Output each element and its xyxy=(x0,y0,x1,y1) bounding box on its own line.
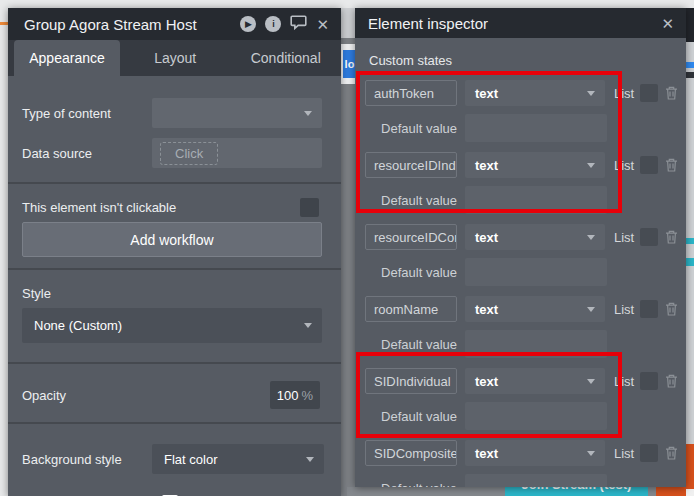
chevron-down-icon xyxy=(587,379,595,384)
background-style-dropdown[interactable]: Flat color xyxy=(152,444,324,474)
canvas-edge-dark xyxy=(686,8,694,42)
custom-state-row: roomName text List xyxy=(365,296,686,322)
default-value-label: Default value xyxy=(365,121,457,136)
state-type-value: text xyxy=(465,446,498,461)
state-type-dropdown[interactable]: text xyxy=(465,296,605,322)
state-name-input[interactable]: authToken xyxy=(365,80,457,106)
chevron-down-icon xyxy=(587,91,595,96)
custom-state-row: resourceIDIndiv text List xyxy=(365,152,686,178)
opacity-input[interactable]: 100 % xyxy=(270,381,320,409)
chevron-down-icon xyxy=(304,111,312,116)
default-value-label: Default value xyxy=(365,193,457,208)
data-source-field[interactable]: Click xyxy=(152,138,322,168)
style-label-row: Style xyxy=(8,283,341,303)
chevron-down-icon xyxy=(587,163,595,168)
chevron-down-icon xyxy=(306,457,314,462)
opacity-row: Opacity 100 % xyxy=(8,380,341,410)
style-label: Style xyxy=(8,286,51,301)
trash-icon[interactable] xyxy=(664,373,679,389)
list-checkbox[interactable] xyxy=(640,84,658,102)
chevron-down-icon xyxy=(587,307,595,312)
list-label: List xyxy=(614,230,634,245)
default-value-label: Default value xyxy=(365,481,457,488)
background-style-label: Background style xyxy=(8,452,122,467)
trash-icon[interactable] xyxy=(664,157,679,173)
canvas-edge-cyan-mark xyxy=(686,238,694,244)
tab-layout[interactable]: Layout xyxy=(120,40,231,76)
canvas-edge-black-mark xyxy=(686,72,694,78)
add-workflow-button[interactable]: Add workflow xyxy=(22,222,322,257)
element-inspector-header[interactable]: Element inspector ✕ xyxy=(355,8,686,38)
custom-state-group: resourceIDIndiv text List Default value xyxy=(355,152,686,214)
state-type-value: text xyxy=(465,86,498,101)
custom-state-row: authToken text List xyxy=(365,80,686,106)
state-name-input[interactable]: SIDIndividual xyxy=(365,368,457,394)
type-of-content-row: Type of content xyxy=(8,98,341,128)
custom-states-label: Custom states xyxy=(355,53,686,67)
data-source-click-button[interactable]: Click xyxy=(160,142,218,165)
list-checkbox[interactable] xyxy=(640,444,658,462)
state-type-dropdown[interactable]: text xyxy=(465,152,605,178)
type-of-content-dropdown[interactable] xyxy=(152,98,322,128)
panel-title: Element inspector xyxy=(368,15,488,32)
clickable-checkbox[interactable] xyxy=(300,198,319,217)
default-value-input[interactable] xyxy=(465,186,607,214)
state-type-value: text xyxy=(465,158,498,173)
default-value-input[interactable] xyxy=(465,258,607,286)
background-color-row: Background color #FFFFFF xyxy=(8,488,341,496)
list-checkbox[interactable] xyxy=(640,300,658,318)
chevron-down-icon xyxy=(587,235,595,240)
trash-icon[interactable] xyxy=(664,85,679,101)
state-name-input[interactable]: SIDComposite xyxy=(365,440,457,466)
list-checkbox[interactable] xyxy=(640,372,658,390)
state-type-dropdown[interactable]: text xyxy=(465,80,605,106)
tab-appearance[interactable]: Appearance xyxy=(14,40,120,76)
chevron-down-icon xyxy=(587,451,595,456)
state-type-dropdown[interactable]: text xyxy=(465,368,605,394)
state-type-dropdown[interactable]: text xyxy=(465,440,605,466)
state-type-value: text xyxy=(465,302,498,317)
editor-screenshot: lo Join Stream (test) Group Agora Stream… xyxy=(0,0,694,496)
opacity-unit: % xyxy=(302,388,314,403)
opacity-value: 100 xyxy=(277,388,299,403)
tab-conditional[interactable]: Conditional xyxy=(231,40,342,76)
custom-state-group: SIDComposite text List Default value xyxy=(355,440,686,487)
divider xyxy=(8,362,341,364)
info-icon[interactable]: i xyxy=(265,16,281,32)
default-value-input[interactable] xyxy=(465,474,607,487)
custom-state-group: resourceIDComp text List Default value xyxy=(355,224,686,286)
default-value-row: Default value xyxy=(365,474,686,487)
default-value-row: Default value xyxy=(365,114,686,142)
list-label: List xyxy=(614,158,634,173)
clickable-label: This element isn't clickable xyxy=(8,200,176,215)
state-name-input[interactable]: resourceIDIndiv xyxy=(365,152,457,178)
divider xyxy=(8,182,341,184)
list-label: List xyxy=(614,302,634,317)
default-value-input[interactable] xyxy=(465,402,607,430)
default-value-row: Default value xyxy=(365,186,686,214)
default-value-input[interactable] xyxy=(465,330,607,358)
property-editor-header[interactable]: Group Agora Stream Host ▶ i ✕ xyxy=(8,8,341,40)
canvas-bottom-corner xyxy=(686,489,694,496)
trash-icon[interactable] xyxy=(664,229,679,245)
close-icon[interactable]: ✕ xyxy=(661,16,674,31)
list-checkbox[interactable] xyxy=(640,228,658,246)
list-checkbox[interactable] xyxy=(640,156,658,174)
tab-bar: Appearance Layout Conditional xyxy=(8,40,341,76)
state-type-value: text xyxy=(465,230,498,245)
trash-icon[interactable] xyxy=(664,445,679,461)
style-dropdown[interactable]: None (Custom) xyxy=(22,308,322,343)
play-icon[interactable]: ▶ xyxy=(240,16,256,32)
divider xyxy=(8,422,341,424)
default-value-input[interactable] xyxy=(465,114,607,142)
state-name-input[interactable]: resourceIDComp xyxy=(365,224,457,250)
state-type-dropdown[interactable]: text xyxy=(465,224,605,250)
close-icon[interactable]: ✕ xyxy=(316,17,329,32)
state-name-input[interactable]: roomName xyxy=(365,296,457,322)
list-label: List xyxy=(614,374,634,389)
trash-icon[interactable] xyxy=(664,301,679,317)
custom-state-row: SIDComposite text List xyxy=(365,440,686,466)
default-value-label: Default value xyxy=(365,265,457,280)
comment-icon[interactable] xyxy=(290,15,307,33)
custom-states-list: authToken text List Default value resour… xyxy=(355,80,686,487)
